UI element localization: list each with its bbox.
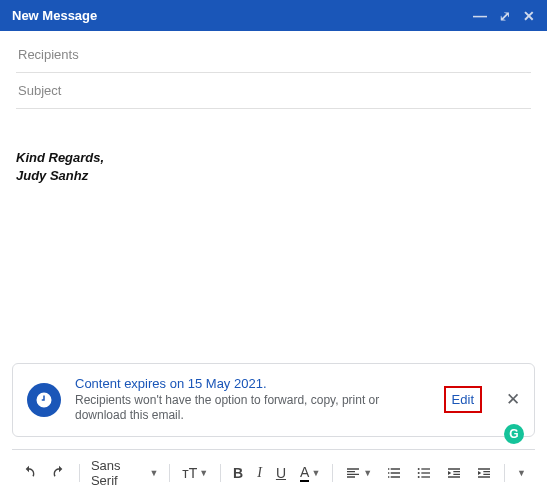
text-color-button[interactable]: A ▼	[295, 460, 325, 486]
bulleted-list-button[interactable]	[411, 461, 437, 485]
separator	[169, 464, 170, 482]
confidential-text: Content expires on 15 May 2021. Recipien…	[75, 376, 430, 424]
underline-button[interactable]: U	[271, 461, 291, 485]
compose-body[interactable]: Kind Regards, Judy Sanhz	[0, 109, 547, 363]
expand-icon[interactable]: ⤢	[499, 9, 511, 23]
compose-fields: Recipients Subject	[0, 31, 547, 109]
separator	[220, 464, 221, 482]
close-icon[interactable]: ✕	[523, 9, 535, 23]
align-button[interactable]: ▼	[340, 461, 377, 485]
font-family-select[interactable]: Sans Serif ▼	[87, 456, 162, 490]
numbered-list-button[interactable]	[381, 461, 407, 485]
more-formatting-button[interactable]: ▼	[512, 464, 531, 482]
confidential-clock-icon	[27, 383, 61, 417]
compose-title: New Message	[12, 8, 97, 23]
italic-button[interactable]: I	[252, 461, 267, 485]
separator	[79, 464, 80, 482]
svg-point-0	[418, 468, 420, 470]
signature-block: Kind Regards, Judy Sanhz	[16, 149, 531, 184]
dropdown-icon: ▼	[199, 468, 208, 478]
dropdown-icon: ▼	[149, 468, 158, 478]
dropdown-icon: ▼	[363, 468, 372, 478]
window-controls: — ⤢ ✕	[473, 9, 535, 23]
confidential-edit-button[interactable]: Edit	[444, 386, 482, 413]
font-size-button[interactable]: тT ▼	[177, 461, 213, 485]
format-toolbar: Sans Serif ▼ тT ▼ B I U A ▼ ▼	[12, 449, 535, 490]
svg-point-1	[418, 472, 420, 474]
signature-line2: Judy Sanhz	[16, 167, 531, 185]
subject-field[interactable]: Subject	[16, 73, 531, 109]
font-family-label: Sans Serif	[91, 458, 146, 488]
compose-window: New Message — ⤢ ✕ Recipients Subject Kin…	[0, 0, 547, 500]
svg-point-2	[418, 476, 420, 478]
confidential-title: Content expires on 15 May 2021.	[75, 376, 430, 391]
minimize-icon[interactable]: —	[473, 9, 487, 23]
confidential-banner: Content expires on 15 May 2021. Recipien…	[12, 363, 535, 437]
redo-button[interactable]	[46, 461, 72, 485]
dropdown-icon: ▼	[517, 468, 526, 478]
compose-header[interactable]: New Message — ⤢ ✕	[0, 0, 547, 31]
dropdown-icon: ▼	[311, 468, 320, 478]
separator	[332, 464, 333, 482]
confidential-close-icon[interactable]: ✕	[506, 389, 520, 410]
indent-more-button[interactable]	[471, 461, 497, 485]
bold-button[interactable]: B	[228, 461, 248, 485]
indent-less-button[interactable]	[441, 461, 467, 485]
recipients-field[interactable]: Recipients	[16, 37, 531, 73]
separator	[504, 464, 505, 482]
signature-line1: Kind Regards,	[16, 149, 531, 167]
grammarly-icon[interactable]: G	[504, 424, 524, 444]
confidential-subtitle: Recipients won't have the option to forw…	[75, 393, 430, 424]
undo-button[interactable]	[16, 461, 42, 485]
